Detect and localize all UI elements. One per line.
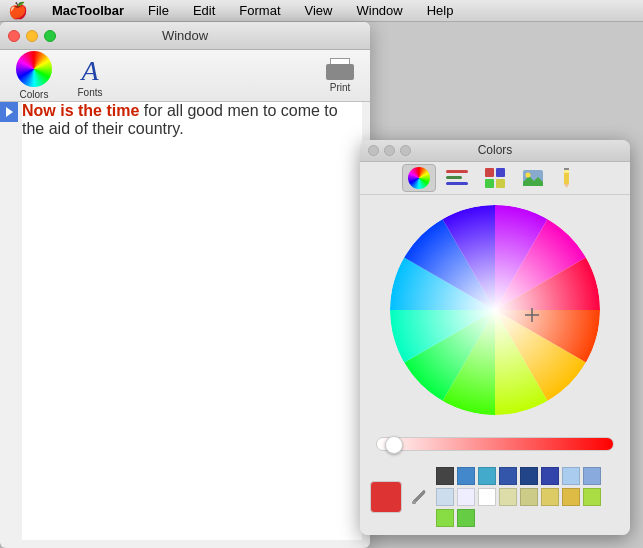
selected-color-swatch[interactable]: [370, 481, 402, 513]
colors-minimize[interactable]: [384, 145, 395, 156]
menu-file[interactable]: File: [144, 3, 173, 18]
print-toolbar-btn[interactable]: Print: [318, 58, 362, 93]
apple-menu[interactable]: 🍎: [8, 1, 28, 20]
swatch-item[interactable]: [499, 467, 517, 485]
swatch-item[interactable]: [478, 488, 496, 506]
print-icon: [326, 58, 354, 80]
hue-thumb: [385, 436, 403, 454]
svg-rect-3: [496, 179, 505, 188]
swatch-item[interactable]: [436, 488, 454, 506]
fonts-toolbar-btn[interactable]: A Fonts: [64, 53, 116, 98]
maximize-button[interactable]: [44, 30, 56, 42]
swatch-item[interactable]: [562, 467, 580, 485]
swatch-item[interactable]: [562, 488, 580, 506]
colors-close[interactable]: [368, 145, 379, 156]
title-bar: Window: [0, 22, 370, 50]
colors-toolbar-btn[interactable]: Colors: [8, 51, 60, 100]
traffic-lights: [8, 30, 56, 42]
svg-rect-2: [485, 179, 494, 188]
swatch-item[interactable]: [457, 467, 475, 485]
svg-rect-14: [412, 501, 416, 504]
swatch-item[interactable]: [436, 509, 454, 527]
svg-rect-10: [564, 168, 569, 170]
color-wheel-container: [390, 205, 600, 419]
print-label: Print: [330, 82, 351, 93]
menu-bar: 🍎 MacToolbar File Edit Format View Windo…: [0, 0, 643, 22]
menu-help[interactable]: Help: [423, 3, 458, 18]
colors-traffic-lights: [368, 145, 411, 156]
swatch-item[interactable]: [457, 509, 475, 527]
main-window: Window Colors A Fonts Print Now is the t…: [0, 22, 370, 548]
svg-rect-0: [485, 168, 494, 177]
hue-slider-area: [360, 429, 630, 459]
swatch-item[interactable]: [457, 488, 475, 506]
menu-view[interactable]: View: [301, 3, 337, 18]
color-wheel-svg[interactable]: [390, 205, 600, 415]
menu-edit[interactable]: Edit: [189, 3, 219, 18]
pencil-mode-btn[interactable]: [554, 164, 588, 192]
svg-point-11: [390, 205, 600, 415]
crayons-mode-btn[interactable]: [478, 164, 512, 192]
document-area: Now is the time for all good men to come…: [22, 102, 362, 540]
eyedropper-btn[interactable]: [405, 483, 433, 511]
swatch-item[interactable]: [583, 488, 601, 506]
colors-panel-title: Colors: [478, 143, 513, 157]
colors-icon: [16, 51, 52, 87]
svg-point-6: [526, 172, 531, 177]
swatch-item[interactable]: [520, 488, 538, 506]
pencil-mode-icon: [560, 167, 582, 189]
sidebar-toggle[interactable]: [0, 102, 18, 122]
color-wheel-mode-icon: [408, 167, 430, 189]
toolbar: Colors A Fonts Print: [0, 50, 370, 102]
image-mode-btn[interactable]: [516, 164, 550, 192]
color-wheel-mode-btn[interactable]: [402, 164, 436, 192]
colors-panel: Colors: [360, 140, 630, 535]
swatches-row: [370, 467, 620, 527]
swatch-item[interactable]: [436, 467, 454, 485]
colors-toolbar: [360, 162, 630, 195]
swatch-item[interactable]: [541, 488, 559, 506]
document-highlighted-text: Now is the time: [22, 102, 139, 119]
swatches-area: [360, 459, 630, 535]
close-button[interactable]: [8, 30, 20, 42]
swatch-item[interactable]: [478, 467, 496, 485]
colors-maximize[interactable]: [400, 145, 411, 156]
colors-label: Colors: [20, 89, 49, 100]
sliders-mode-btn[interactable]: [440, 164, 474, 192]
sliders-mode-icon: [446, 169, 468, 187]
fonts-label: Fonts: [77, 87, 102, 98]
colors-panel-title-bar: Colors: [360, 140, 630, 162]
eyedropper-icon: [410, 488, 428, 506]
swatch-item[interactable]: [583, 467, 601, 485]
fonts-icon: A: [81, 53, 98, 85]
color-wheel-area: [360, 195, 630, 429]
hue-slider[interactable]: [376, 437, 614, 451]
swatch-item[interactable]: [499, 488, 517, 506]
minimize-button[interactable]: [26, 30, 38, 42]
menu-mactoolbar[interactable]: MacToolbar: [48, 3, 128, 18]
sidebar-arrow-icon: [6, 107, 13, 117]
menu-window[interactable]: Window: [352, 3, 406, 18]
swatch-grid-top: [436, 467, 620, 527]
svg-marker-9: [564, 184, 569, 188]
swatch-item[interactable]: [541, 467, 559, 485]
svg-rect-8: [564, 170, 569, 173]
window-title: Window: [162, 28, 208, 43]
crayons-mode-icon: [484, 167, 506, 189]
svg-rect-1: [496, 168, 505, 177]
image-mode-icon: [522, 169, 544, 187]
swatch-item[interactable]: [520, 467, 538, 485]
menu-format[interactable]: Format: [235, 3, 284, 18]
